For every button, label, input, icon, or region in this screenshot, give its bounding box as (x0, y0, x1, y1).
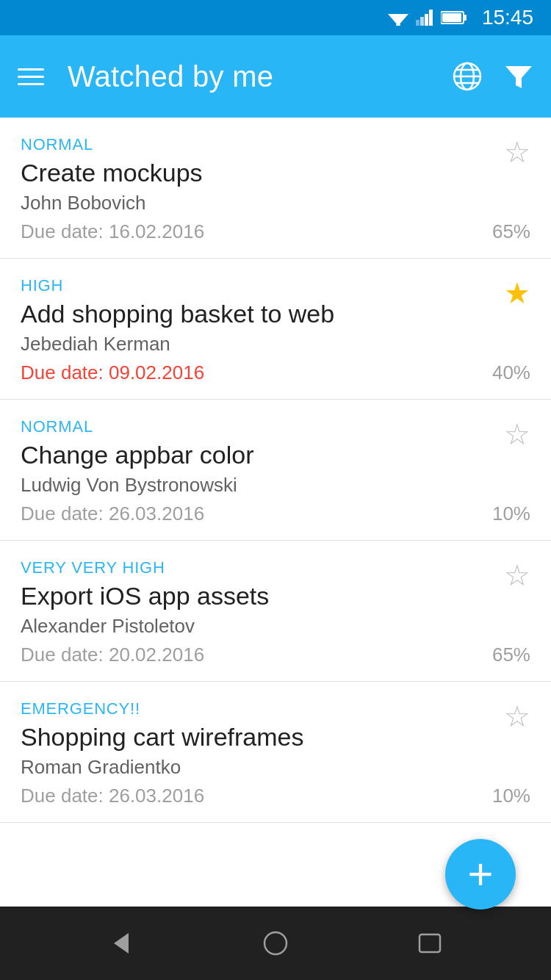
task-item[interactable]: NORMAL Create mockups John Bobovich Due … (0, 118, 551, 259)
task-due-date: Due date: 20.02.2016 (21, 644, 530, 666)
task-item[interactable]: VERY VERY HIGH Export iOS app assets Ale… (0, 541, 551, 682)
wifi-icon (388, 10, 408, 26)
status-icons (388, 10, 467, 26)
task-list: NORMAL Create mockups John Bobovich Due … (0, 118, 551, 907)
recents-button[interactable] (417, 930, 443, 956)
task-title: Change appbar color (21, 441, 530, 469)
task-assignee: Alexander Pistoletov (21, 615, 530, 638)
filter-icon (504, 62, 533, 91)
task-priority: NORMAL (21, 135, 530, 154)
svg-rect-18 (419, 934, 440, 952)
home-icon (262, 930, 289, 956)
task-priority: HIGH (21, 276, 530, 295)
task-star-button[interactable]: ☆ (504, 135, 530, 169)
task-due-date: Due date: 26.03.2016 (21, 502, 530, 525)
signal-icon (416, 10, 433, 26)
task-star-button[interactable]: ★ (504, 276, 530, 310)
task-title: Add shopping basket to web (21, 300, 530, 328)
page-title: Watched by me (68, 60, 451, 93)
back-icon (108, 930, 134, 956)
task-title: Shopping cart wireframes (21, 723, 530, 752)
globe-button[interactable] (451, 60, 483, 93)
task-priority: EMERGENCY!! (21, 699, 530, 718)
task-star-button[interactable]: ☆ (504, 417, 530, 451)
task-priority: NORMAL (21, 417, 530, 436)
svg-rect-5 (425, 14, 428, 26)
task-star-button[interactable]: ☆ (504, 699, 530, 733)
task-percent: 65% (492, 644, 530, 666)
battery-icon (441, 10, 467, 25)
task-priority: VERY VERY HIGH (21, 558, 530, 577)
svg-marker-16 (114, 933, 129, 954)
svg-rect-3 (416, 20, 419, 26)
task-due-date: Due date: 26.03.2016 (21, 785, 530, 807)
svg-rect-8 (464, 15, 467, 21)
task-percent: 10% (492, 785, 530, 807)
task-title: Export iOS app assets (21, 582, 530, 610)
status-bar: 15:45 (0, 0, 551, 35)
recents-icon (417, 930, 443, 956)
task-due-date: Due date: 16.02.2016 (21, 220, 530, 243)
status-time: 15:45 (482, 6, 533, 29)
menu-button[interactable] (18, 68, 44, 85)
task-percent: 10% (492, 502, 530, 525)
app-bar-actions (451, 60, 533, 93)
task-title: Create mockups (21, 159, 530, 187)
task-assignee: Roman Gradientko (21, 756, 530, 779)
task-item[interactable]: HIGH Add shopping basket to web Jebediah… (0, 259, 551, 400)
bottom-nav (0, 907, 551, 980)
svg-rect-4 (420, 17, 424, 26)
task-percent: 40% (492, 361, 530, 384)
app-bar: Watched by me (0, 35, 551, 118)
filter-button[interactable] (504, 62, 533, 91)
task-assignee: Jebediah Kerman (21, 333, 530, 356)
svg-point-17 (264, 932, 287, 954)
task-star-button[interactable]: ☆ (504, 558, 530, 592)
back-button[interactable] (108, 930, 134, 956)
task-item[interactable]: NORMAL Change appbar color Ludwig Von By… (0, 400, 551, 541)
task-assignee: Ludwig Von Bystronowski (21, 474, 530, 497)
task-due-date: Due date: 09.02.2016 (21, 361, 530, 384)
globe-icon (451, 60, 483, 93)
task-assignee: John Bobovich (21, 192, 530, 215)
add-task-button[interactable]: + (445, 839, 516, 909)
svg-rect-9 (442, 13, 461, 22)
task-percent: 65% (492, 220, 530, 243)
home-button[interactable] (262, 930, 289, 956)
task-item[interactable]: EMERGENCY!! Shopping cart wireframes Rom… (0, 682, 551, 823)
svg-rect-6 (429, 10, 433, 26)
svg-marker-15 (505, 66, 532, 88)
